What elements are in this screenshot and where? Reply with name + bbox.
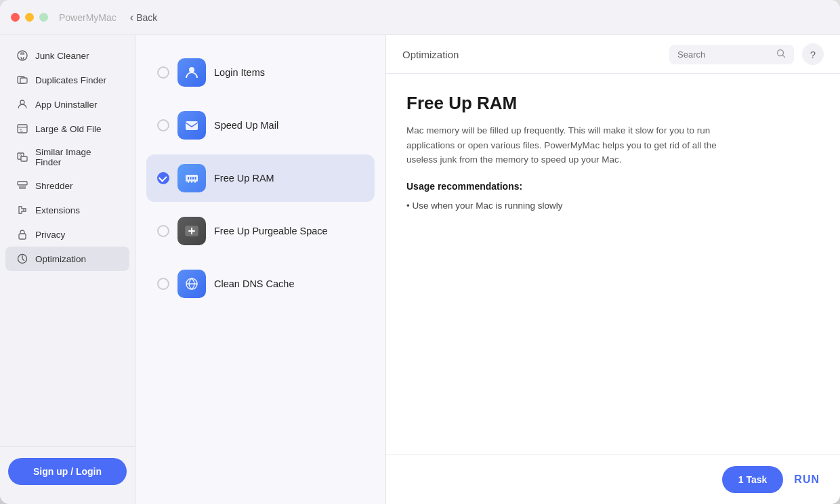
sidebar-item-similar-image-finder[interactable]: Similar Image Finder [5, 141, 129, 173]
traffic-lights [11, 13, 48, 22]
maximize-button[interactable] [39, 13, 48, 22]
sidebar-label-privacy: Privacy [35, 230, 65, 240]
sidebar-label-optimization: Optimization [35, 254, 86, 264]
main-content: Junk Cleaner Duplicates Finder [0, 35, 840, 504]
right-panel: Optimization ? Free Up R [386, 35, 840, 504]
sidebar-item-privacy[interactable]: Privacy [5, 222, 129, 247]
close-button[interactable] [11, 13, 20, 22]
speed-up-mail-icon [177, 111, 206, 140]
sidebar-spacer [0, 271, 135, 446]
svg-rect-8 [18, 182, 27, 185]
shredder-icon [16, 180, 28, 192]
svg-rect-12 [186, 121, 198, 130]
sidebar-item-junk-cleaner[interactable]: Junk Cleaner [5, 43, 129, 68]
svg-rect-4 [18, 125, 27, 133]
task-item-speed-up-mail[interactable]: Speed Up Mail [146, 102, 375, 149]
sidebar-item-app-uninstaller[interactable]: App Uninstaller [5, 92, 129, 117]
junk-cleaner-icon [16, 49, 28, 62]
task-radio-speed-up-mail[interactable] [157, 119, 169, 131]
task-label-free-up-ram: Free Up RAM [214, 173, 274, 184]
svg-point-3 [20, 100, 24, 104]
task-item-free-up-ram[interactable]: Free Up RAM [146, 154, 375, 202]
task-item-free-up-purgeable[interactable]: Free Up Purgeable Space [146, 207, 375, 255]
task-count-button[interactable]: 1 Task [722, 466, 784, 493]
svg-point-7 [20, 154, 21, 156]
svg-rect-9 [19, 234, 26, 239]
back-label: Back [136, 12, 157, 23]
sidebar-label-extensions: Extensions [35, 205, 80, 215]
sidebar-label-similar-image-finder: Similar Image Finder [35, 147, 119, 167]
task-radio-free-up-ram[interactable] [157, 172, 169, 184]
sidebar-item-duplicates-finder[interactable]: Duplicates Finder [5, 68, 129, 92]
login-items-icon [177, 58, 206, 87]
free-up-ram-icon [177, 164, 206, 192]
center-panel: Login Items Speed Up Mail [135, 35, 386, 504]
right-content: Free Up RAM Mac memory will be filled up… [386, 74, 840, 455]
sidebar: Junk Cleaner Duplicates Finder [0, 35, 135, 504]
back-button[interactable]: ‹ Back [130, 12, 157, 24]
sidebar-item-optimization[interactable]: Optimization [5, 247, 129, 271]
task-label-login-items: Login Items [214, 67, 265, 78]
svg-rect-2 [20, 78, 27, 83]
sidebar-item-large-old-file[interactable]: Large & Old File [5, 117, 129, 141]
optimization-icon [16, 253, 28, 265]
task-label-clean-dns-cache: Clean DNS Cache [214, 278, 294, 289]
signup-login-button[interactable]: Sign up / Login [8, 458, 127, 485]
duplicates-finder-icon [16, 74, 28, 86]
run-button[interactable]: RUN [794, 474, 820, 486]
detail-title: Free Up RAM [406, 93, 820, 114]
large-old-file-icon [16, 123, 28, 135]
task-item-clean-dns-cache[interactable]: Clean DNS Cache [146, 260, 375, 308]
detail-description: Mac memory will be filled up frequently.… [406, 123, 745, 167]
sidebar-label-duplicates-finder: Duplicates Finder [35, 75, 106, 85]
app-window: PowerMyMac ‹ Back Junk Cleaner [0, 0, 840, 504]
task-radio-clean-dns-cache[interactable] [157, 278, 169, 290]
sidebar-item-extensions[interactable]: Extensions [5, 198, 129, 222]
sidebar-label-junk-cleaner: Junk Cleaner [35, 51, 89, 61]
sidebar-bottom: Sign up / Login [0, 446, 135, 496]
usage-item: • Use when your Mac is running slowly [406, 198, 820, 213]
back-chevron-icon: ‹ [130, 12, 133, 24]
free-up-purgeable-icon [177, 217, 206, 245]
clean-dns-cache-icon [177, 270, 206, 298]
app-uninstaller-icon [16, 98, 28, 110]
privacy-icon [16, 228, 28, 240]
right-panel-title: Optimization [402, 49, 459, 60]
task-label-free-up-purgeable: Free Up Purgeable Space [214, 226, 328, 236]
usage-recommendations-title: Usage recommendations: [406, 181, 820, 192]
search-input[interactable] [677, 49, 772, 60]
svg-rect-6 [21, 156, 27, 161]
task-radio-free-up-purgeable[interactable] [157, 225, 169, 237]
bottom-bar: 1 Task RUN [386, 455, 840, 504]
task-radio-login-items[interactable] [157, 66, 169, 79]
search-bar [669, 45, 794, 64]
extensions-icon [16, 204, 28, 216]
svg-point-11 [189, 67, 194, 72]
task-label-speed-up-mail: Speed Up Mail [214, 120, 278, 131]
right-panel-header: Optimization ? [386, 35, 840, 74]
sidebar-label-large-old-file: Large & Old File [35, 124, 102, 134]
search-icon [776, 49, 786, 60]
minimize-button[interactable] [25, 13, 34, 22]
sidebar-item-shredder[interactable]: Shredder [5, 173, 129, 198]
task-item-login-items[interactable]: Login Items [146, 49, 375, 96]
svg-rect-16 [192, 177, 194, 180]
titlebar: PowerMyMac ‹ Back [0, 0, 840, 35]
sidebar-label-shredder: Shredder [35, 181, 73, 191]
app-title: PowerMyMac [59, 12, 117, 23]
svg-rect-15 [190, 177, 192, 180]
sidebar-label-app-uninstaller: App Uninstaller [35, 100, 98, 110]
help-button[interactable]: ? [802, 43, 824, 65]
svg-rect-17 [195, 177, 196, 180]
svg-rect-14 [188, 177, 189, 180]
similar-image-finder-icon [16, 151, 28, 163]
